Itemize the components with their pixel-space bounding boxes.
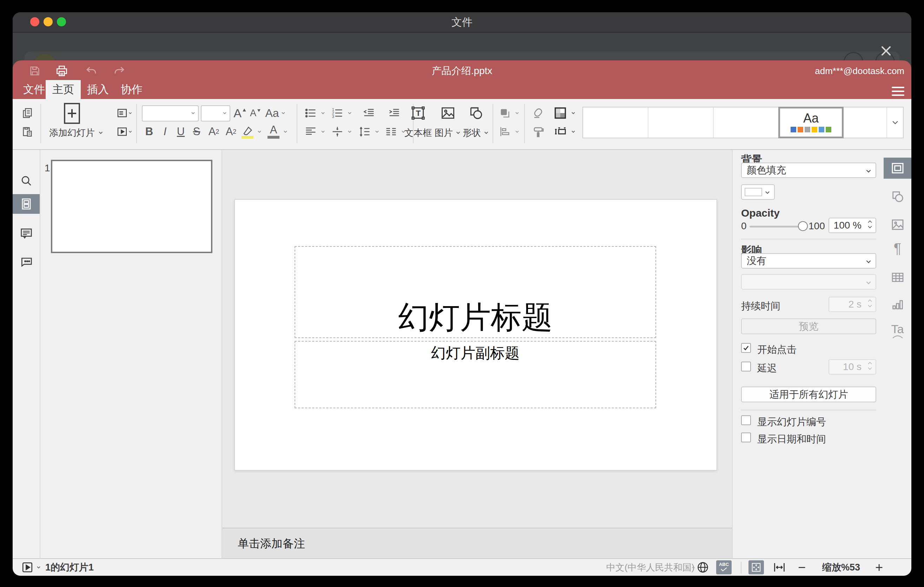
paragraph-settings-icon[interactable]: ¶ [884,238,911,259]
slide-settings-icon[interactable] [884,158,911,179]
tab-file[interactable]: 文件 [23,80,46,99]
chat-icon[interactable] [13,252,40,271]
color-scheme-arrow-icon[interactable] [569,106,578,121]
columns-icon[interactable] [383,124,399,139]
increase-font-icon[interactable]: A [233,106,248,121]
superscript-icon[interactable]: A2 [205,124,222,139]
slide-thumbnail-selected[interactable] [51,160,213,253]
italic-icon[interactable]: I [158,124,172,139]
fit-slide-icon[interactable] [749,560,764,574]
vertical-align-arrow-icon[interactable] [345,124,354,139]
theme-item[interactable] [583,107,648,138]
zoom-level-label[interactable]: 缩放%53 [817,559,866,576]
font-color-arrow-icon[interactable] [281,124,290,139]
language-label[interactable]: 中文(中华人民共和国) [606,559,695,576]
search-icon[interactable] [13,171,40,191]
start-on-click-checkbox[interactable] [741,343,751,353]
image-icon[interactable] [438,106,458,121]
theme-item[interactable] [714,107,779,138]
set-language-globe-icon[interactable] [695,559,711,576]
theme-gallery-expand-icon[interactable] [887,107,903,138]
vertical-align-icon[interactable] [330,124,345,139]
add-slide-icon[interactable] [63,102,81,125]
opacity-spinner[interactable]: 100 % [828,218,876,233]
shape-button[interactable]: 形状 [462,126,490,139]
apply-to-all-slides-button[interactable]: 适用于所有幻灯片 [741,386,876,402]
menu-icon[interactable] [892,87,904,96]
subtitle-placeholder[interactable]: 幻灯片副标题 [295,341,656,408]
arrange-shape-icon[interactable] [497,106,513,121]
zoom-out-button[interactable]: − [795,559,809,576]
slide-size-icon[interactable] [552,124,569,139]
font-size-select[interactable] [201,106,230,122]
paste-icon[interactable] [20,124,35,139]
comments-icon[interactable] [13,224,40,243]
strikeout-icon[interactable]: S [189,124,204,139]
close-icon[interactable] [878,43,894,59]
slide-canvas[interactable]: 幻灯片标题 幻灯片副标题 [234,200,717,470]
font-name-select[interactable] [142,106,199,122]
duration-spinner[interactable]: 2 s [828,297,876,312]
shape-settings-icon[interactable] [884,186,911,207]
tab-home[interactable]: 主页 [46,80,81,99]
theme-item-selected[interactable]: Aa [778,107,843,139]
numbering-icon[interactable]: 123 [330,106,345,121]
underline-icon[interactable]: U [173,124,188,139]
decrease-font-icon[interactable]: A [249,106,262,121]
theme-item[interactable] [648,107,714,138]
font-color-icon[interactable]: A [266,124,281,139]
clear-style-icon[interactable] [530,106,547,121]
horizontal-align-arrow-icon[interactable] [318,124,328,139]
bold-icon[interactable]: B [142,124,157,139]
delay-spinner[interactable]: 10 s [828,359,876,374]
slide-layout-icon[interactable] [117,106,133,121]
change-case-icon[interactable]: Aa [263,106,288,121]
background-fill-select[interactable]: 颜色填充 [741,163,876,178]
image-button[interactable]: 图片 [434,126,462,139]
slideshow-mode-arrow-icon[interactable] [35,559,43,576]
spellcheck-icon[interactable]: ABC [716,560,732,574]
line-spacing-icon[interactable] [357,124,373,139]
copy-style-icon[interactable] [530,124,547,139]
delay-checkbox[interactable] [741,362,751,371]
image-settings-icon[interactable] [884,214,911,235]
start-slideshow-icon[interactable] [117,124,133,139]
add-slide-button[interactable]: 添加幻灯片 [42,126,111,139]
highlight-color-arrow-icon[interactable] [255,124,264,139]
tab-insert[interactable]: 插入 [86,80,109,99]
background-color-swatch[interactable] [741,184,775,200]
slides-panel-icon[interactable] [13,194,40,214]
fit-width-icon[interactable] [771,559,788,576]
slide-size-arrow-icon[interactable] [569,124,578,139]
subscript-icon[interactable]: A2 [223,124,239,139]
opacity-slider-knob[interactable] [798,221,808,231]
arrange-arrow-icon[interactable] [513,106,522,121]
effect-select[interactable]: 没有 [741,253,876,269]
theme-item[interactable] [843,107,887,138]
bullets-icon[interactable] [303,106,318,121]
line-spacing-arrow-icon[interactable] [373,124,381,139]
align-shape-icon[interactable] [497,124,513,139]
color-scheme-icon[interactable] [552,106,569,121]
tab-collaboration[interactable]: 协作 [120,80,143,99]
increase-indent-icon[interactable] [386,106,403,121]
preview-button[interactable]: 预览 [741,318,876,334]
numbering-arrow-icon[interactable] [345,106,354,121]
show-slide-number-checkbox[interactable] [741,416,751,425]
text-box-button[interactable]: 文本框 [401,126,436,139]
bullets-arrow-icon[interactable] [318,106,328,121]
table-settings-icon[interactable] [884,267,911,288]
show-date-checkbox[interactable] [741,432,751,442]
start-slideshow-status-icon[interactable] [20,559,35,576]
highlight-color-icon[interactable] [240,124,255,139]
copy-icon[interactable] [20,106,35,121]
align-arrow-icon[interactable] [513,124,522,139]
opacity-slider-track[interactable] [749,226,802,228]
notes-area[interactable]: 单击添加备注 [222,528,732,559]
text-box-icon[interactable]: T [408,106,428,121]
effect-type-select[interactable] [741,274,876,290]
shape-icon[interactable] [466,106,486,121]
title-placeholder[interactable]: 幻灯片标题 [295,246,656,338]
text-art-settings-icon[interactable]: Ta [884,320,911,341]
zoom-in-button[interactable]: + [872,559,886,576]
